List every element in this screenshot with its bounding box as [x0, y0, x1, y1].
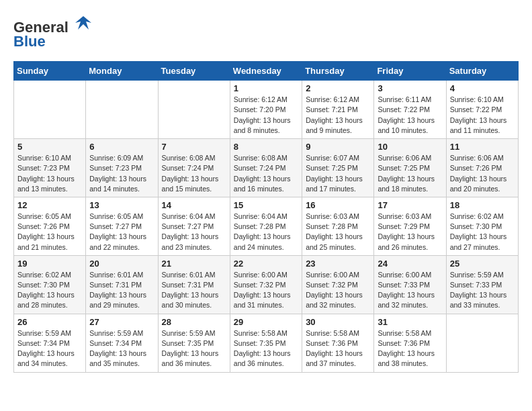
calendar-week-row: 19Sunrise: 6:02 AMSunset: 7:30 PMDayligh… [14, 255, 519, 314]
calendar-day-cell: 10Sunrise: 6:06 AMSunset: 7:25 PMDayligh… [374, 139, 446, 197]
day-number: 22 [234, 259, 298, 269]
day-number: 16 [306, 200, 370, 210]
day-info: Sunrise: 5:59 AMSunset: 7:34 PMDaylight:… [17, 328, 82, 369]
day-number: 9 [306, 142, 370, 152]
calendar-day-cell: 21Sunrise: 6:01 AMSunset: 7:31 PMDayligh… [158, 255, 230, 314]
day-info: Sunrise: 6:00 AMSunset: 7:32 PMDaylight:… [234, 270, 298, 311]
day-number: 31 [378, 317, 442, 327]
day-number: 21 [162, 259, 226, 269]
day-info: Sunrise: 6:03 AMSunset: 7:28 PMDaylight:… [306, 212, 370, 253]
calendar-empty-cell [446, 314, 518, 372]
calendar-day-cell: 3Sunrise: 6:11 AMSunset: 7:22 PMDaylight… [374, 81, 446, 139]
calendar-day-cell: 25Sunrise: 5:59 AMSunset: 7:33 PMDayligh… [446, 255, 518, 314]
day-info: Sunrise: 6:00 AMSunset: 7:33 PMDaylight:… [378, 270, 442, 311]
calendar-day-cell: 5Sunrise: 6:10 AMSunset: 7:23 PMDaylight… [14, 139, 86, 197]
calendar-day-cell: 28Sunrise: 5:59 AMSunset: 7:35 PMDayligh… [158, 314, 230, 372]
day-number: 10 [378, 142, 442, 152]
svg-marker-0 [75, 16, 91, 30]
calendar-day-cell: 16Sunrise: 6:03 AMSunset: 7:28 PMDayligh… [302, 197, 374, 255]
day-number: 7 [162, 142, 226, 152]
day-number: 29 [234, 317, 298, 327]
day-info: Sunrise: 5:59 AMSunset: 7:35 PMDaylight:… [162, 328, 226, 369]
day-number: 12 [17, 200, 82, 210]
day-info: Sunrise: 5:58 AMSunset: 7:36 PMDaylight:… [306, 328, 370, 369]
day-info: Sunrise: 6:07 AMSunset: 7:25 PMDaylight:… [306, 153, 370, 194]
day-number: 11 [450, 142, 515, 152]
calendar-week-row: 26Sunrise: 5:59 AMSunset: 7:34 PMDayligh… [14, 314, 519, 372]
day-info: Sunrise: 6:01 AMSunset: 7:31 PMDaylight:… [89, 270, 154, 311]
calendar-day-cell: 23Sunrise: 6:00 AMSunset: 7:32 PMDayligh… [302, 255, 374, 314]
day-number: 20 [89, 259, 154, 269]
calendar-day-cell: 27Sunrise: 5:59 AMSunset: 7:34 PMDayligh… [86, 314, 158, 372]
day-number: 13 [89, 200, 154, 210]
weekday-header-saturday: Saturday [446, 62, 518, 81]
weekday-header-row: SundayMondayTuesdayWednesdayThursdayFrid… [14, 62, 519, 81]
calendar-table: SundayMondayTuesdayWednesdayThursdayFrid… [13, 61, 519, 372]
calendar-day-cell: 8Sunrise: 6:08 AMSunset: 7:24 PMDaylight… [230, 139, 302, 197]
calendar-day-cell: 2Sunrise: 6:12 AMSunset: 7:21 PMDaylight… [302, 81, 374, 139]
calendar-day-cell: 24Sunrise: 6:00 AMSunset: 7:33 PMDayligh… [374, 255, 446, 314]
page-header: General Blue [13, 13, 519, 50]
calendar-day-cell: 14Sunrise: 6:04 AMSunset: 7:27 PMDayligh… [158, 197, 230, 255]
day-number: 5 [17, 142, 82, 152]
calendar-day-cell: 7Sunrise: 6:08 AMSunset: 7:24 PMDaylight… [158, 139, 230, 197]
day-info: Sunrise: 6:02 AMSunset: 7:30 PMDaylight:… [450, 212, 515, 253]
day-info: Sunrise: 6:08 AMSunset: 7:24 PMDaylight:… [162, 153, 226, 194]
weekday-header-thursday: Thursday [302, 62, 374, 81]
day-number: 23 [306, 259, 370, 269]
day-number: 4 [450, 83, 515, 93]
day-info: Sunrise: 6:02 AMSunset: 7:30 PMDaylight:… [17, 270, 82, 311]
calendar-empty-cell [158, 81, 230, 139]
calendar-day-cell: 6Sunrise: 6:09 AMSunset: 7:23 PMDaylight… [86, 139, 158, 197]
calendar-day-cell: 31Sunrise: 5:58 AMSunset: 7:36 PMDayligh… [374, 314, 446, 372]
day-number: 15 [234, 200, 298, 210]
day-number: 28 [162, 317, 226, 327]
day-info: Sunrise: 6:04 AMSunset: 7:27 PMDaylight:… [162, 212, 226, 253]
day-info: Sunrise: 6:12 AMSunset: 7:21 PMDaylight:… [306, 95, 370, 136]
day-info: Sunrise: 6:09 AMSunset: 7:23 PMDaylight:… [89, 153, 154, 194]
weekday-header-monday: Monday [86, 62, 158, 81]
day-number: 30 [306, 317, 370, 327]
day-number: 8 [234, 142, 298, 152]
logo-bird-icon [74, 13, 93, 32]
day-number: 19 [17, 259, 82, 269]
calendar-empty-cell [86, 81, 158, 139]
day-info: Sunrise: 6:03 AMSunset: 7:29 PMDaylight:… [378, 212, 442, 253]
day-info: Sunrise: 6:01 AMSunset: 7:31 PMDaylight:… [162, 270, 226, 311]
day-info: Sunrise: 6:06 AMSunset: 7:25 PMDaylight:… [378, 153, 442, 194]
calendar-day-cell: 13Sunrise: 6:05 AMSunset: 7:27 PMDayligh… [86, 197, 158, 255]
calendar-day-cell: 4Sunrise: 6:10 AMSunset: 7:22 PMDaylight… [446, 81, 518, 139]
calendar-day-cell: 30Sunrise: 5:58 AMSunset: 7:36 PMDayligh… [302, 314, 374, 372]
calendar-day-cell: 20Sunrise: 6:01 AMSunset: 7:31 PMDayligh… [86, 255, 158, 314]
day-info: Sunrise: 6:06 AMSunset: 7:26 PMDaylight:… [450, 153, 515, 194]
calendar-day-cell: 22Sunrise: 6:00 AMSunset: 7:32 PMDayligh… [230, 255, 302, 314]
day-number: 18 [450, 200, 515, 210]
day-info: Sunrise: 6:08 AMSunset: 7:24 PMDaylight:… [234, 153, 298, 194]
day-info: Sunrise: 6:12 AMSunset: 7:20 PMDaylight:… [234, 95, 298, 136]
calendar-day-cell: 12Sunrise: 6:05 AMSunset: 7:26 PMDayligh… [14, 197, 86, 255]
day-number: 14 [162, 200, 226, 210]
day-info: Sunrise: 6:05 AMSunset: 7:27 PMDaylight:… [89, 212, 154, 253]
calendar-day-cell: 26Sunrise: 5:59 AMSunset: 7:34 PMDayligh… [14, 314, 86, 372]
weekday-header-sunday: Sunday [14, 62, 86, 81]
calendar-week-row: 12Sunrise: 6:05 AMSunset: 7:26 PMDayligh… [14, 197, 519, 255]
day-info: Sunrise: 6:00 AMSunset: 7:32 PMDaylight:… [306, 270, 370, 311]
calendar-day-cell: 18Sunrise: 6:02 AMSunset: 7:30 PMDayligh… [446, 197, 518, 255]
calendar-day-cell: 1Sunrise: 6:12 AMSunset: 7:20 PMDaylight… [230, 81, 302, 139]
calendar-day-cell: 11Sunrise: 6:06 AMSunset: 7:26 PMDayligh… [446, 139, 518, 197]
day-info: Sunrise: 6:05 AMSunset: 7:26 PMDaylight:… [17, 212, 82, 253]
day-info: Sunrise: 5:59 AMSunset: 7:34 PMDaylight:… [89, 328, 154, 369]
logo: General Blue [13, 13, 93, 50]
day-number: 26 [17, 317, 82, 327]
calendar-week-row: 1Sunrise: 6:12 AMSunset: 7:20 PMDaylight… [14, 81, 519, 139]
calendar-day-cell: 29Sunrise: 5:58 AMSunset: 7:35 PMDayligh… [230, 314, 302, 372]
day-number: 24 [378, 259, 442, 269]
day-info: Sunrise: 5:58 AMSunset: 7:36 PMDaylight:… [378, 328, 442, 369]
day-number: 3 [378, 83, 442, 93]
weekday-header-wednesday: Wednesday [230, 62, 302, 81]
day-info: Sunrise: 6:10 AMSunset: 7:22 PMDaylight:… [450, 95, 515, 136]
calendar-day-cell: 17Sunrise: 6:03 AMSunset: 7:29 PMDayligh… [374, 197, 446, 255]
day-info: Sunrise: 6:04 AMSunset: 7:28 PMDaylight:… [234, 212, 298, 253]
day-info: Sunrise: 6:10 AMSunset: 7:23 PMDaylight:… [17, 153, 82, 194]
day-info: Sunrise: 5:59 AMSunset: 7:33 PMDaylight:… [450, 270, 515, 311]
